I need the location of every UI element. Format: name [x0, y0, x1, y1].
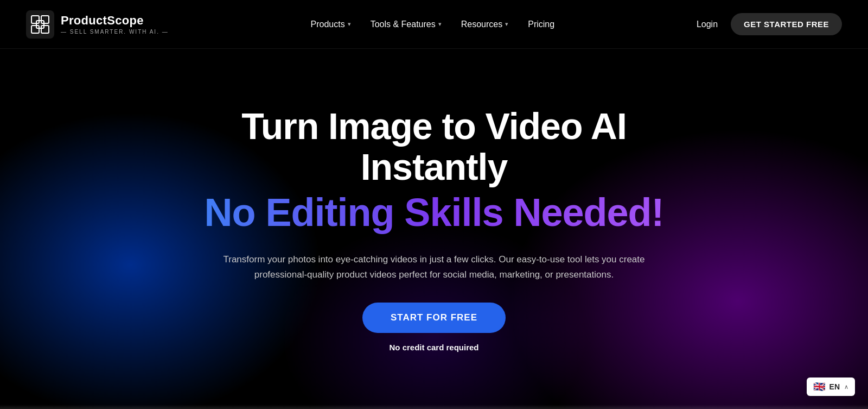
nav-item-pricing[interactable]: Pricing [528, 20, 554, 29]
flag-icon: 🇬🇧 [813, 382, 825, 392]
resources-chevron-icon: ▾ [505, 21, 508, 28]
nav-actions: Login GET STARTED FREE [697, 13, 842, 35]
products-chevron-icon: ▾ [348, 21, 351, 28]
nav-item-tools-features[interactable]: Tools & Features ▾ [371, 20, 442, 29]
hero-title-gradient: No Editing Skills Needed! [186, 191, 682, 234]
hero-section: Turn Image to Video AI Instantly No Edit… [0, 49, 868, 409]
logo-tagline: — SELL SMARTER. WITH AI. — [61, 29, 169, 35]
language-chevron-icon: ∧ [844, 383, 848, 391]
language-code: EN [829, 382, 840, 391]
nav-item-resources[interactable]: Resources ▾ [461, 20, 508, 29]
no-credit-card-text: No credit card required [186, 343, 682, 352]
start-for-free-button[interactable]: START FOR FREE [362, 303, 506, 333]
tools-chevron-icon: ▾ [438, 21, 442, 28]
logo-area: ProductScope — SELL SMARTER. WITH AI. — [26, 10, 169, 39]
get-started-button[interactable]: GET STARTED FREE [731, 13, 842, 35]
logo-name: ProductScope [61, 14, 169, 28]
logo-text: ProductScope — SELL SMARTER. WITH AI. — [61, 14, 169, 35]
language-selector[interactable]: 🇬🇧 EN ∧ [807, 377, 855, 396]
hero-bottom-bar [0, 405, 868, 409]
login-button[interactable]: Login [697, 20, 718, 29]
hero-content: Turn Image to Video AI Instantly No Edit… [168, 106, 700, 353]
svg-rect-0 [26, 10, 54, 39]
navbar: ProductScope — SELL SMARTER. WITH AI. — … [0, 0, 868, 49]
nav-menu: Products ▾ Tools & Features ▾ Resources … [311, 20, 555, 29]
logo-icon [26, 10, 54, 39]
hero-cta-area: START FOR FREE [186, 303, 682, 343]
hero-title-main: Turn Image to Video AI Instantly [186, 106, 682, 187]
hero-description: Transform your photos into eye-catching … [222, 252, 646, 284]
nav-item-products[interactable]: Products ▾ [311, 20, 351, 29]
